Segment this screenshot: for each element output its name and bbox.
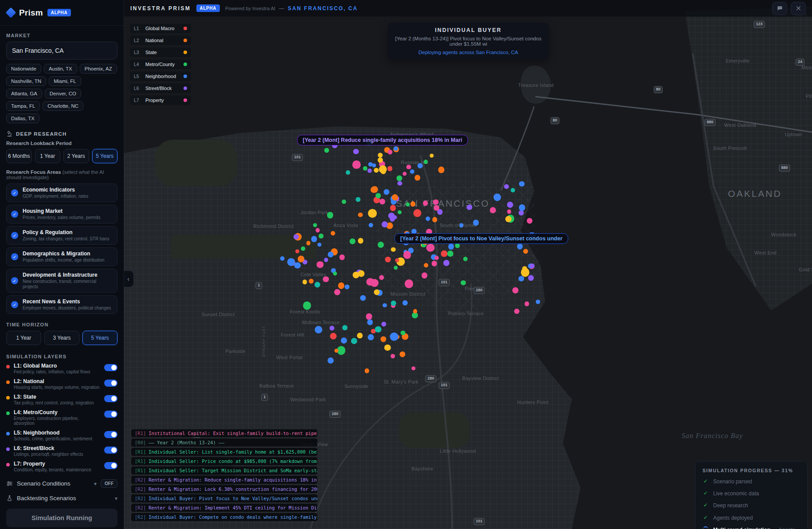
legend-row-l1[interactable]: L1Global Macro	[130, 24, 191, 33]
horizon-option-1-year[interactable]: 1 Year	[6, 331, 41, 345]
agent-dot[interactable]	[383, 303, 387, 308]
market-chip-nashville-tn[interactable]: Nashville, TN	[6, 76, 46, 86]
agent-dot[interactable]	[374, 290, 380, 295]
market-chip-miami-fl[interactable]: Miami, FL	[49, 76, 81, 86]
agent-dot[interactable]	[371, 279, 379, 287]
agent-dot[interactable]	[426, 216, 430, 221]
market-chip-charlotte-nc[interactable]: Charlotte, NC	[43, 101, 83, 111]
agent-dot[interactable]	[398, 181, 402, 186]
focus-card-development-infrastructure[interactable]: ✓Development & InfrastructureNew constru…	[6, 269, 117, 293]
agent-dot[interactable]	[385, 257, 391, 263]
agent-dot[interactable]	[378, 242, 384, 248]
agent-dot[interactable]	[504, 184, 509, 189]
agent-dot[interactable]	[358, 212, 363, 217]
log-row[interactable]: [R2]Individual Buyer: Compete on condo d…	[131, 513, 317, 521]
agent-dot[interactable]	[413, 209, 422, 217]
agent-dot[interactable]	[324, 258, 328, 262]
scenario-conditions-row[interactable]: Scenario Conditions ▾ OFF	[6, 479, 117, 488]
checkbox-checked-icon[interactable]: ✓	[11, 211, 18, 218]
agent-dot[interactable]	[422, 272, 428, 278]
scenario-conditions-state[interactable]: OFF	[101, 479, 117, 488]
agent-dot[interactable]	[438, 167, 445, 173]
log-row[interactable]: [R2]Renter & Migration: Lock 6.38% const…	[131, 485, 317, 493]
agent-dot[interactable]	[331, 231, 335, 235]
agent-dot[interactable]	[358, 238, 363, 244]
agent-dot[interactable]	[368, 223, 373, 228]
lookback-option-1-year[interactable]: 1 Year	[35, 149, 61, 163]
market-search-input[interactable]	[6, 42, 117, 59]
legend-row-l6[interactable]: L6Street/Block	[130, 83, 191, 93]
agent-dot[interactable]	[426, 243, 435, 252]
agent-dot[interactable]	[535, 299, 540, 304]
agent-dot[interactable]	[375, 193, 381, 198]
agent-dot[interactable]	[433, 199, 439, 205]
agent-dot[interactable]	[301, 246, 305, 251]
log-row[interactable]: [R1]Individual Seller: Price condo at $9…	[131, 457, 317, 465]
horizon-option-3-years[interactable]: 3 Years	[44, 331, 79, 345]
layer-toggle[interactable]	[104, 431, 117, 438]
agent-dot[interactable]	[317, 261, 324, 268]
log-row[interactable]: [R0]—— Year 2 (Months 13-24) ——	[131, 439, 317, 447]
agent-dot[interactable]	[461, 280, 466, 286]
agent-dot[interactable]	[413, 309, 418, 313]
agent-dot[interactable]	[328, 357, 334, 364]
legend-row-l5[interactable]: L5Neighborhood	[130, 71, 191, 81]
log-row[interactable]: [R2]Renter & Migration: Implement 45% DT…	[131, 504, 317, 512]
agent-dot[interactable]	[295, 249, 300, 254]
agent-dot[interactable]	[339, 255, 345, 260]
lookback-option-2-years[interactable]: 2 Years	[63, 149, 89, 163]
agent-dot[interactable]	[390, 333, 398, 341]
agent-dot[interactable]	[448, 243, 454, 250]
agent-dot[interactable]	[443, 260, 449, 266]
agent-dot[interactable]	[313, 223, 317, 227]
agent-dot[interactable]	[390, 205, 396, 211]
focus-card-housing-market[interactable]: ✓Housing MarketPrices, inventory, sales …	[6, 205, 117, 223]
agent-dot[interactable]	[405, 279, 414, 288]
agent-dot[interactable]	[353, 149, 359, 154]
agent-dot[interactable]	[397, 176, 402, 181]
agent-dot[interactable]	[519, 204, 526, 211]
agent-dot[interactable]	[303, 302, 312, 310]
agent-dot[interactable]	[423, 200, 428, 206]
agent-dot[interactable]	[463, 257, 468, 261]
agent-dot[interactable]	[403, 251, 411, 259]
log-row[interactable]: [R2]Individual Buyer: Pivot focus to Noe…	[131, 494, 317, 502]
agent-dot[interactable]	[368, 209, 377, 218]
checkbox-checked-icon[interactable]: ✓	[11, 189, 18, 196]
agent-dot[interactable]	[367, 334, 374, 341]
agent-dot[interactable]	[368, 162, 373, 167]
log-row[interactable]: [R2]Renter & Migration: Reduce single-fa…	[131, 476, 317, 484]
focus-card-policy-regulation[interactable]: ✓Policy & RegulationZoning, tax changes,…	[6, 226, 117, 245]
close-button[interactable]	[791, 2, 806, 15]
agent-dot[interactable]	[424, 263, 428, 268]
agent-dot[interactable]	[530, 263, 535, 269]
agent-dot[interactable]	[518, 276, 524, 282]
agent-dot[interactable]	[384, 189, 390, 195]
focus-card-economic-indicators[interactable]: ✓Economic IndicatorsGDP, employment, inf…	[6, 184, 117, 202]
market-chip-denver-co[interactable]: Denver, CO	[45, 89, 81, 98]
agent-dot[interactable]	[390, 217, 395, 222]
agent-dot[interactable]	[434, 256, 439, 260]
agent-dot[interactable]	[342, 325, 347, 330]
agent-dot[interactable]	[467, 204, 472, 210]
agent-dot[interactable]	[410, 201, 416, 207]
legend-row-l3[interactable]: L3State	[130, 47, 191, 57]
agent-dot[interactable]	[424, 160, 428, 164]
legend-row-l7[interactable]: L7Property	[130, 95, 191, 105]
agent-dot[interactable]	[392, 194, 398, 200]
agent-dot[interactable]	[459, 223, 464, 227]
agent-dot[interactable]	[344, 285, 349, 290]
agent-dot[interactable]	[524, 302, 529, 306]
market-chip-phoenix-az[interactable]: Phoenix, AZ	[80, 64, 117, 74]
agent-dot[interactable]	[324, 148, 329, 153]
lookback-option-6-months[interactable]: 6 Months	[6, 149, 32, 163]
simulation-running-button[interactable]: Simulation Running	[6, 509, 117, 527]
layer-toggle[interactable]	[104, 462, 117, 469]
chat-button[interactable]	[772, 2, 787, 15]
agent-dot[interactable]	[306, 241, 311, 246]
agent-dot[interactable]	[398, 210, 402, 215]
agent-dot[interactable]	[391, 354, 395, 358]
agent-dot[interactable]	[379, 199, 386, 205]
agent-dot[interactable]	[330, 333, 336, 339]
focus-card-recent-news-events[interactable]: ✓Recent News & EventsEmployer moves, dis…	[6, 295, 117, 314]
